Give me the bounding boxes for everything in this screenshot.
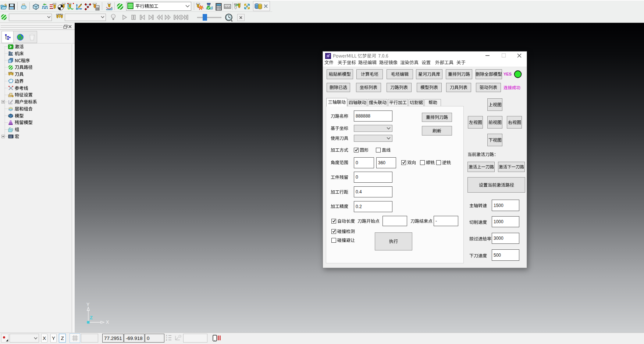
- svg-text:Y: Y: [86, 302, 90, 307]
- svg-text:Z: Z: [90, 315, 93, 320]
- svg-text:X: X: [106, 320, 109, 325]
- svg-text:Z: Z: [166, 339, 167, 341]
